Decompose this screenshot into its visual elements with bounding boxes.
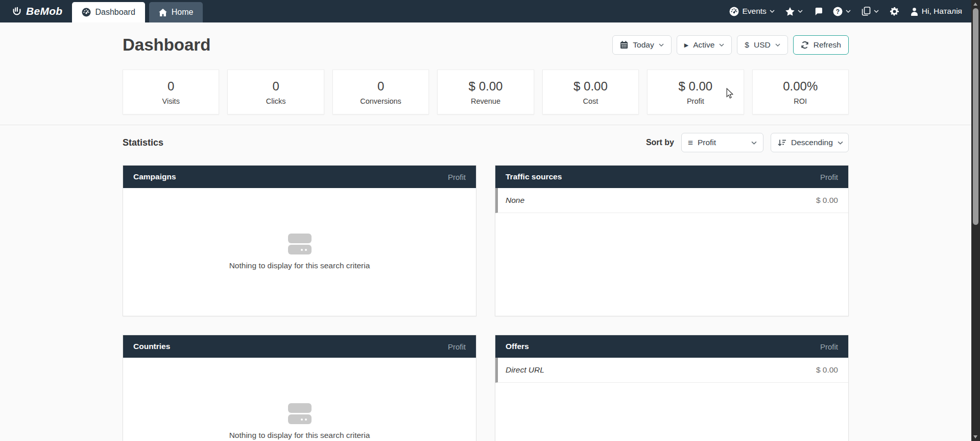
panel-metric-header: Profit — [448, 173, 466, 181]
card-roi[interactable]: 0.00% ROI — [752, 69, 849, 114]
panel-campaigns: Campaigns Profit Nothing to display for … — [123, 165, 476, 316]
scroll-up-arrow[interactable] — [973, 3, 977, 6]
events-menu[interactable]: Events — [729, 7, 774, 16]
sort-direction-select[interactable]: Descending — [771, 133, 849, 152]
refresh-label: Refresh — [814, 40, 841, 50]
sort-field-select[interactable]: ≡ Profit — [681, 133, 763, 152]
tab-dashboard[interactable]: Dashboard — [72, 2, 145, 22]
card-value: $ 0.00 — [678, 79, 712, 94]
card-value: 0 — [272, 79, 279, 94]
chat-bubble-icon — [814, 7, 822, 16]
play-icon: ▶ — [684, 42, 688, 49]
card-label: Revenue — [471, 97, 500, 105]
empty-data-icon — [288, 403, 312, 424]
status-filter-label: Active — [693, 40, 714, 50]
card-value: $ 0.00 — [469, 79, 503, 94]
status-filter-button[interactable]: ▶ Active — [677, 35, 732, 55]
panel-header: Countries Profit — [123, 335, 476, 358]
card-label: ROI — [794, 97, 807, 105]
events-gauge-icon — [729, 7, 739, 16]
chevron-down-icon — [838, 141, 843, 145]
statistics-title: Statistics — [123, 137, 163, 148]
statistics-header: Statistics Sort by ≡ Profit — [123, 132, 849, 153]
bemob-logo-text: BeMob — [26, 5, 63, 17]
chevron-down-icon — [846, 10, 851, 13]
panel-metric-header: Profit — [820, 173, 838, 181]
favorites-menu[interactable] — [785, 7, 803, 16]
dashboard-gauge-icon — [82, 8, 91, 17]
sort-descending-icon — [777, 139, 786, 147]
panel-offers: Offers Profit Direct URL $ 0.00 — [495, 335, 849, 441]
user-menu[interactable]: Hi, Наталія — [910, 7, 962, 16]
scrollbar-thumb[interactable] — [973, 8, 978, 225]
calendar-icon — [620, 41, 628, 49]
user-greeting: Hi, Наталія — [922, 7, 962, 16]
refresh-icon — [801, 41, 809, 49]
panel-body: Nothing to display for this search crite… — [123, 188, 476, 316]
help-menu[interactable]: ? — [833, 7, 851, 16]
card-conversions[interactable]: 0 Conversions — [332, 69, 429, 114]
tab-home[interactable]: Home — [149, 2, 203, 22]
panel-body: Nothing to display for this search crite… — [123, 358, 476, 441]
question-circle-icon: ? — [833, 7, 843, 16]
page-header: Dashboard Today — [123, 34, 849, 56]
list-bars-icon: ≡ — [688, 138, 693, 147]
page-title: Dashboard — [123, 35, 210, 55]
bemob-logo[interactable]: BeMob — [0, 0, 72, 22]
sort-controls: Sort by ≡ Profit Descending — [646, 133, 849, 152]
star-icon — [785, 7, 795, 16]
gear-icon — [890, 7, 899, 16]
chevron-down-icon — [719, 43, 724, 47]
svg-text:?: ? — [836, 8, 840, 15]
copy-stack-icon — [862, 7, 871, 16]
user-icon — [910, 7, 919, 16]
panel-header: Offers Profit — [495, 335, 848, 358]
sort-direction-value: Descending — [791, 138, 833, 147]
row-value: $ 0.00 — [816, 196, 838, 205]
dollar-icon: $ — [745, 40, 749, 50]
panel-metric-header: Profit — [448, 342, 466, 351]
sort-field-value: Profit — [698, 138, 716, 147]
empty-state-text: Nothing to display for this search crite… — [229, 431, 370, 440]
panel-body: Direct URL $ 0.00 — [495, 358, 848, 441]
panel-header: Traffic sources Profit — [495, 166, 848, 188]
table-row[interactable]: None $ 0.00 — [495, 188, 848, 213]
card-profit[interactable]: $ 0.00 Profit — [647, 69, 744, 114]
chevron-down-icon — [775, 43, 780, 47]
settings-button[interactable] — [890, 7, 899, 16]
toolbar: Today ▶ Active $ USD — [612, 35, 849, 55]
statistics-panels: Campaigns Profit Nothing to display for … — [123, 165, 849, 441]
panel-title: Countries — [133, 342, 170, 351]
scrollbar[interactable] — [971, 0, 980, 441]
card-clicks[interactable]: 0 Clicks — [227, 69, 324, 114]
workspaces-menu[interactable] — [862, 7, 879, 16]
card-visits[interactable]: 0 Visits — [123, 69, 219, 114]
scroll-down-arrow[interactable] — [973, 435, 977, 438]
home-icon — [159, 9, 167, 16]
chevron-down-icon — [798, 10, 803, 13]
currency-button[interactable]: $ USD — [737, 35, 787, 55]
panel-body: None $ 0.00 — [495, 188, 848, 316]
panel-title: Offers — [506, 342, 529, 351]
currency-label: USD — [754, 40, 771, 50]
panel-title: Campaigns — [133, 172, 176, 181]
table-row[interactable]: Direct URL $ 0.00 — [495, 358, 848, 383]
card-value: 0 — [377, 79, 384, 94]
summary-cards: 0 Visits 0 Clicks 0 Conversions $ 0.00 R… — [123, 69, 849, 114]
date-range-button[interactable]: Today — [612, 35, 671, 55]
card-revenue[interactable]: $ 0.00 Revenue — [437, 69, 534, 114]
chat-button[interactable] — [814, 7, 822, 16]
topbar: BeMob Dashboard Home — [0, 0, 971, 22]
section-divider — [0, 125, 971, 125]
panel-traffic-sources: Traffic sources Profit None $ 0.00 — [495, 165, 849, 316]
topbar-tabs: Dashboard Home — [72, 0, 203, 22]
events-label: Events — [742, 7, 766, 16]
chevron-down-icon — [659, 43, 664, 47]
card-cost[interactable]: $ 0.00 Cost — [542, 69, 639, 114]
card-label: Conversions — [360, 97, 401, 105]
chevron-down-icon — [751, 141, 757, 145]
panel-metric-header: Profit — [820, 342, 838, 351]
chevron-down-icon — [770, 10, 775, 13]
card-label: Profit — [687, 97, 704, 105]
refresh-button[interactable]: Refresh — [793, 35, 849, 55]
